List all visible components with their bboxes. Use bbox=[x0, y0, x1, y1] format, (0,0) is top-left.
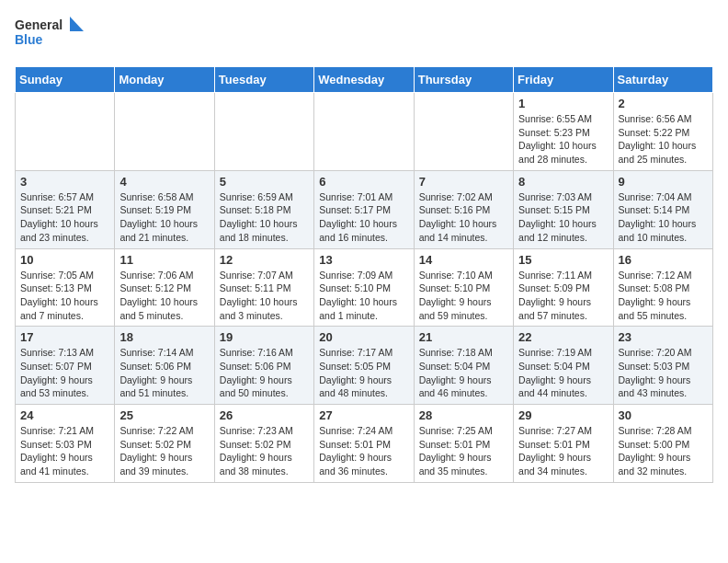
calendar-day-cell: 18Sunrise: 7:14 AM Sunset: 5:06 PM Dayli… bbox=[115, 327, 214, 405]
day-info: Sunrise: 6:56 AM Sunset: 5:22 PM Dayligh… bbox=[619, 112, 708, 167]
day-info: Sunrise: 7:09 AM Sunset: 5:10 PM Dayligh… bbox=[319, 269, 408, 323]
logo: General Blue bbox=[15, 15, 88, 55]
day-number: 18 bbox=[119, 330, 209, 344]
day-info: Sunrise: 7:14 AM Sunset: 5:06 PM Dayligh… bbox=[119, 346, 209, 400]
day-number: 26 bbox=[220, 408, 309, 422]
day-info: Sunrise: 7:25 AM Sunset: 5:01 PM Dayligh… bbox=[419, 424, 508, 478]
calendar-day-cell: 7Sunrise: 7:02 AM Sunset: 5:16 PM Daylig… bbox=[414, 170, 513, 248]
calendar-day-cell: 24Sunrise: 7:21 AM Sunset: 5:03 PM Dayli… bbox=[16, 405, 115, 483]
day-number: 12 bbox=[220, 253, 309, 267]
calendar-day-cell: 28Sunrise: 7:25 AM Sunset: 5:01 PM Dayli… bbox=[414, 405, 513, 483]
day-of-week-header: Monday bbox=[115, 67, 214, 93]
calendar-day-cell: 2Sunrise: 6:56 AM Sunset: 5:22 PM Daylig… bbox=[613, 93, 712, 171]
day-info: Sunrise: 7:21 AM Sunset: 5:03 PM Dayligh… bbox=[20, 424, 109, 478]
calendar-day-cell: 9Sunrise: 7:04 AM Sunset: 5:14 PM Daylig… bbox=[613, 170, 712, 248]
day-info: Sunrise: 7:12 AM Sunset: 5:08 PM Dayligh… bbox=[619, 269, 708, 323]
day-info: Sunrise: 7:19 AM Sunset: 5:04 PM Dayligh… bbox=[518, 346, 608, 400]
day-number: 3 bbox=[20, 175, 109, 189]
calendar-day-cell: 26Sunrise: 7:23 AM Sunset: 5:02 PM Dayli… bbox=[214, 405, 313, 483]
calendar-day-cell: 25Sunrise: 7:22 AM Sunset: 5:02 PM Dayli… bbox=[115, 405, 214, 483]
day-info: Sunrise: 7:22 AM Sunset: 5:02 PM Dayligh… bbox=[119, 424, 209, 478]
calendar-body: 1Sunrise: 6:55 AM Sunset: 5:23 PM Daylig… bbox=[16, 93, 713, 483]
day-info: Sunrise: 7:05 AM Sunset: 5:13 PM Dayligh… bbox=[20, 269, 109, 323]
svg-text:General: General bbox=[15, 17, 63, 32]
calendar-header: SundayMondayTuesdayWednesdayThursdayFrid… bbox=[16, 67, 713, 93]
day-of-week-header: Wednesday bbox=[314, 67, 414, 93]
day-number: 6 bbox=[319, 175, 408, 189]
calendar-day-cell: 6Sunrise: 7:01 AM Sunset: 5:17 PM Daylig… bbox=[314, 170, 414, 248]
day-of-week-header: Saturday bbox=[613, 67, 712, 93]
calendar-day-cell: 22Sunrise: 7:19 AM Sunset: 5:04 PM Dayli… bbox=[514, 327, 613, 405]
day-number: 22 bbox=[518, 330, 608, 344]
day-info: Sunrise: 7:01 AM Sunset: 5:17 PM Dayligh… bbox=[319, 190, 408, 245]
calendar-week-row: 3Sunrise: 6:57 AM Sunset: 5:21 PM Daylig… bbox=[16, 170, 713, 248]
day-number: 11 bbox=[119, 253, 209, 267]
day-number: 30 bbox=[619, 408, 708, 422]
calendar-table: SundayMondayTuesdayWednesdayThursdayFrid… bbox=[15, 66, 713, 483]
day-number: 23 bbox=[619, 330, 708, 344]
day-of-week-header: Sunday bbox=[16, 67, 115, 93]
day-number: 28 bbox=[419, 408, 508, 422]
calendar-day-cell bbox=[214, 93, 313, 171]
calendar-day-cell: 14Sunrise: 7:10 AM Sunset: 5:10 PM Dayli… bbox=[414, 248, 513, 327]
day-number: 24 bbox=[20, 408, 109, 422]
calendar-day-cell: 10Sunrise: 7:05 AM Sunset: 5:13 PM Dayli… bbox=[16, 248, 115, 327]
calendar-day-cell: 1Sunrise: 6:55 AM Sunset: 5:23 PM Daylig… bbox=[514, 93, 613, 171]
day-number: 8 bbox=[518, 175, 608, 189]
day-of-week-header: Tuesday bbox=[214, 67, 313, 93]
day-number: 13 bbox=[319, 253, 408, 267]
day-of-week-header: Friday bbox=[514, 67, 613, 93]
calendar-day-cell: 21Sunrise: 7:18 AM Sunset: 5:04 PM Dayli… bbox=[414, 327, 513, 405]
svg-marker-2 bbox=[70, 17, 84, 31]
day-info: Sunrise: 6:55 AM Sunset: 5:23 PM Dayligh… bbox=[518, 112, 608, 167]
day-number: 1 bbox=[518, 97, 608, 110]
day-number: 9 bbox=[619, 175, 708, 189]
calendar-day-cell bbox=[314, 93, 414, 171]
calendar-day-cell bbox=[414, 93, 513, 171]
day-info: Sunrise: 7:04 AM Sunset: 5:14 PM Dayligh… bbox=[619, 190, 708, 245]
day-number: 5 bbox=[220, 175, 309, 189]
day-number: 4 bbox=[119, 175, 209, 189]
day-of-week-header: Thursday bbox=[414, 67, 513, 93]
calendar-day-cell bbox=[115, 93, 214, 171]
calendar-day-cell: 15Sunrise: 7:11 AM Sunset: 5:09 PM Dayli… bbox=[514, 248, 613, 327]
day-info: Sunrise: 7:11 AM Sunset: 5:09 PM Dayligh… bbox=[518, 269, 608, 323]
day-number: 19 bbox=[220, 330, 309, 344]
svg-text:Blue: Blue bbox=[15, 32, 43, 47]
day-number: 7 bbox=[419, 175, 508, 189]
calendar-day-cell: 30Sunrise: 7:28 AM Sunset: 5:00 PM Dayli… bbox=[613, 405, 712, 483]
day-info: Sunrise: 7:20 AM Sunset: 5:03 PM Dayligh… bbox=[619, 346, 708, 400]
day-info: Sunrise: 7:18 AM Sunset: 5:04 PM Dayligh… bbox=[419, 346, 508, 400]
day-info: Sunrise: 7:06 AM Sunset: 5:12 PM Dayligh… bbox=[119, 269, 209, 323]
page-header: General Blue bbox=[15, 15, 713, 55]
day-info: Sunrise: 7:10 AM Sunset: 5:10 PM Dayligh… bbox=[419, 269, 508, 323]
calendar-day-cell: 27Sunrise: 7:24 AM Sunset: 5:01 PM Dayli… bbox=[314, 405, 414, 483]
day-info: Sunrise: 7:16 AM Sunset: 5:06 PM Dayligh… bbox=[220, 346, 309, 400]
day-number: 25 bbox=[119, 408, 209, 422]
calendar-day-cell: 8Sunrise: 7:03 AM Sunset: 5:15 PM Daylig… bbox=[514, 170, 613, 248]
day-info: Sunrise: 7:03 AM Sunset: 5:15 PM Dayligh… bbox=[518, 190, 608, 245]
day-number: 21 bbox=[419, 330, 508, 344]
day-info: Sunrise: 7:28 AM Sunset: 5:00 PM Dayligh… bbox=[619, 424, 708, 478]
day-info: Sunrise: 7:24 AM Sunset: 5:01 PM Dayligh… bbox=[319, 424, 408, 478]
calendar-day-cell: 20Sunrise: 7:17 AM Sunset: 5:05 PM Dayli… bbox=[314, 327, 414, 405]
calendar-day-cell: 17Sunrise: 7:13 AM Sunset: 5:07 PM Dayli… bbox=[16, 327, 115, 405]
day-info: Sunrise: 7:02 AM Sunset: 5:16 PM Dayligh… bbox=[419, 190, 508, 245]
day-info: Sunrise: 6:57 AM Sunset: 5:21 PM Dayligh… bbox=[20, 190, 109, 245]
calendar-day-cell bbox=[16, 93, 115, 171]
calendar-day-cell: 16Sunrise: 7:12 AM Sunset: 5:08 PM Dayli… bbox=[613, 248, 712, 327]
calendar-day-cell: 3Sunrise: 6:57 AM Sunset: 5:21 PM Daylig… bbox=[16, 170, 115, 248]
day-info: Sunrise: 6:59 AM Sunset: 5:18 PM Dayligh… bbox=[220, 190, 309, 245]
calendar-day-cell: 5Sunrise: 6:59 AM Sunset: 5:18 PM Daylig… bbox=[214, 170, 313, 248]
calendar-day-cell: 11Sunrise: 7:06 AM Sunset: 5:12 PM Dayli… bbox=[115, 248, 214, 327]
calendar-day-cell: 29Sunrise: 7:27 AM Sunset: 5:01 PM Dayli… bbox=[514, 405, 613, 483]
calendar-day-cell: 13Sunrise: 7:09 AM Sunset: 5:10 PM Dayli… bbox=[314, 248, 414, 327]
day-number: 27 bbox=[319, 408, 408, 422]
calendar-week-row: 10Sunrise: 7:05 AM Sunset: 5:13 PM Dayli… bbox=[16, 248, 713, 327]
calendar-day-cell: 12Sunrise: 7:07 AM Sunset: 5:11 PM Dayli… bbox=[214, 248, 313, 327]
day-number: 14 bbox=[419, 253, 508, 267]
calendar-day-cell: 19Sunrise: 7:16 AM Sunset: 5:06 PM Dayli… bbox=[214, 327, 313, 405]
calendar-day-cell: 4Sunrise: 6:58 AM Sunset: 5:19 PM Daylig… bbox=[115, 170, 214, 248]
day-number: 20 bbox=[319, 330, 408, 344]
calendar-day-cell: 23Sunrise: 7:20 AM Sunset: 5:03 PM Dayli… bbox=[613, 327, 712, 405]
